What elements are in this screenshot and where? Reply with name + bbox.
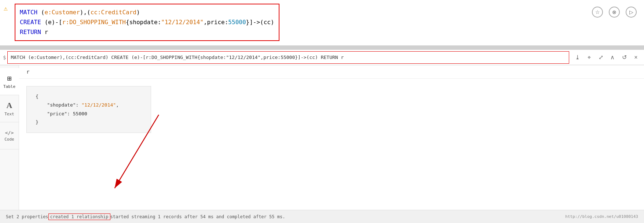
status-highlight: created 1 relationship bbox=[48, 213, 110, 220]
query-actions: ⤓ ⌖ ⤢ ∧ ↺ × bbox=[569, 52, 644, 63]
json-price-key: "price" bbox=[47, 111, 67, 116]
kw-create: CREATE bbox=[20, 19, 41, 26]
sidebar-label-text: Text bbox=[4, 112, 14, 116]
expand-button[interactable]: ⤢ bbox=[596, 52, 606, 63]
result-header: r bbox=[19, 65, 644, 79]
close-button[interactable]: ⊗ bbox=[609, 7, 620, 18]
code-line-1: MATCH (e:Customer),(cc:CreditCard) bbox=[20, 7, 274, 17]
content-panel: r { "shopdate": "12/12/2014", "price": 5… bbox=[19, 65, 644, 212]
up-button[interactable]: ∧ bbox=[607, 52, 618, 63]
code-line-3: RETURN r bbox=[20, 27, 274, 37]
close-query-button[interactable]: × bbox=[631, 52, 641, 63]
refresh-button[interactable]: ↺ bbox=[619, 52, 629, 63]
json-price-value: 55000 bbox=[73, 111, 87, 116]
code-icon: </> bbox=[5, 130, 14, 135]
code-line-2: CREATE (e)-[r:DO_SHOPPING_WITH{shopdate:… bbox=[20, 17, 274, 27]
warning-icon: ⚠ bbox=[4, 4, 8, 12]
json-shopdate-key: "shopdate" bbox=[47, 102, 76, 108]
status-suffix: started streaming 1 records after 54 ms … bbox=[110, 214, 285, 219]
play-button[interactable]: ▷ bbox=[626, 7, 637, 18]
top-icon-group: ☆ ⊗ ▷ bbox=[592, 7, 637, 18]
kw-match: MATCH bbox=[20, 9, 37, 16]
main-area: ⊞ Table A Text </> Code r { "shopdate": … bbox=[0, 65, 644, 212]
json-price-row: "price": 55000 bbox=[36, 109, 142, 118]
table-icon: ⊞ bbox=[7, 74, 11, 83]
status-bar: Set 2 properties created 1 relationship … bbox=[0, 210, 644, 223]
cypher-code-block: MATCH (e:Customer),(cc:CreditCard) CREAT… bbox=[15, 4, 279, 41]
query-dollar: $ bbox=[0, 55, 7, 60]
sidebar-item-code[interactable]: </> Code bbox=[0, 122, 19, 149]
json-open-brace: { bbox=[36, 92, 142, 101]
json-shopdate-value: "12/12/2014" bbox=[81, 102, 116, 108]
json-block: { "shopdate": "12/12/2014", "price": 550… bbox=[26, 86, 151, 133]
star-button[interactable]: ☆ bbox=[592, 7, 603, 18]
sidebar-label-code: Code bbox=[4, 137, 14, 142]
sidebar-item-table[interactable]: ⊞ Table bbox=[0, 68, 19, 95]
download-button[interactable]: ⤓ bbox=[572, 52, 582, 63]
kw-return: RETURN bbox=[20, 29, 41, 36]
top-editor: ⚠ MATCH (e:Customer),(cc:CreditCard) CRE… bbox=[0, 0, 644, 48]
text-icon: A bbox=[7, 101, 12, 110]
column-header-r: r bbox=[26, 69, 29, 75]
sidebar-label-table: Table bbox=[3, 84, 15, 89]
json-shopdate-row: "shopdate": "12/12/2014", bbox=[36, 101, 142, 109]
sidebar-item-text[interactable]: A Text bbox=[0, 95, 19, 122]
sidebar: ⊞ Table A Text </> Code bbox=[0, 65, 19, 212]
query-bar: $ ⤓ ⌖ ⤢ ∧ ↺ × bbox=[0, 50, 644, 65]
pin-button[interactable]: ⌖ bbox=[584, 52, 594, 63]
status-prefix: Set 2 properties bbox=[6, 214, 48, 219]
query-input[interactable] bbox=[7, 51, 569, 64]
json-close-brace: } bbox=[36, 118, 142, 126]
status-url: http://blog.csdn.net/u01080143 bbox=[565, 214, 638, 219]
